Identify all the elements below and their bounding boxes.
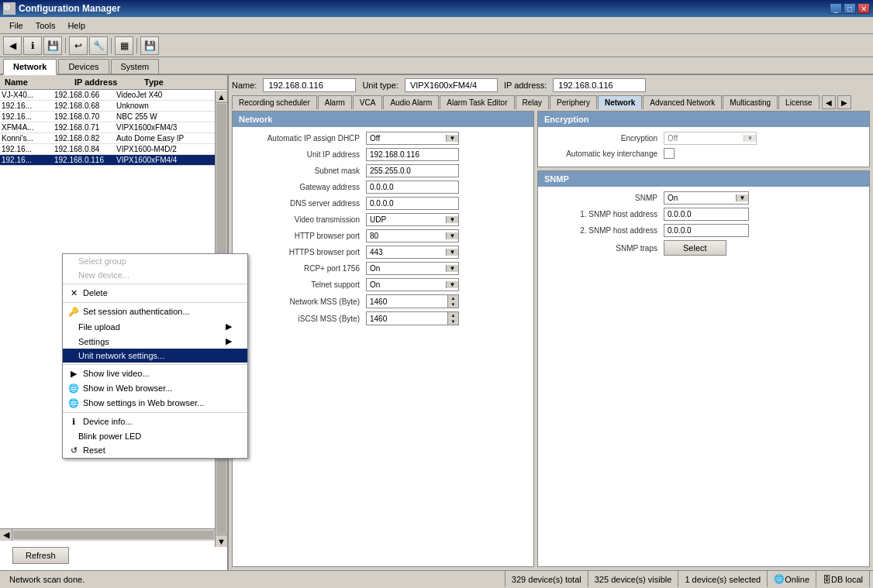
ctx-show-web-browser[interactable]: 🌐Show in Web browser... — [63, 381, 247, 396]
maximize-button[interactable]: □ — [844, 3, 856, 14]
device-ip: 192.168.0.71 — [54, 123, 116, 132]
toolbar-btn-grid[interactable]: ▦ — [115, 36, 133, 55]
refresh-button[interactable]: Refresh — [12, 547, 69, 564]
gateway-label: Gateway address — [239, 183, 363, 191]
mss-iscsi-down-button[interactable]: ▼ — [447, 318, 458, 325]
scroll-down-button[interactable]: ▼ — [216, 535, 227, 547]
list-item[interactable]: 192.16... 192.168.0.68 Unknown — [0, 101, 227, 112]
dns-field[interactable] — [366, 197, 459, 210]
tab-recording-scheduler[interactable]: Recording scheduler — [232, 95, 317, 109]
rcp-select[interactable]: On ▼ — [366, 262, 459, 275]
h-scroll-thumb[interactable] — [13, 531, 214, 539]
device-type: VIPX1600xFM4/3 — [116, 123, 226, 132]
list-header: Name IP address Type — [0, 75, 227, 90]
ctx-separator-4 — [63, 412, 247, 413]
tab-vca[interactable]: VCA — [353, 95, 383, 109]
snmp-select[interactable]: On ▼ — [664, 191, 749, 205]
dhcp-select[interactable]: Off ▼ — [366, 132, 459, 145]
tab-scroll-right[interactable]: ▶ — [837, 95, 851, 109]
scroll-left-button[interactable]: ◀ — [0, 529, 12, 541]
toolbar-btn-save2[interactable]: 💾 — [140, 36, 159, 55]
tab-alarm-task-editor[interactable]: Alarm Task Editor — [440, 95, 514, 109]
db-icon: 🗄 — [823, 575, 831, 584]
ip-field[interactable] — [366, 148, 459, 161]
key-interchange-checkbox[interactable] — [664, 148, 675, 159]
https-select[interactable]: 443 ▼ — [366, 246, 459, 259]
ctx-settings[interactable]: Settings ▶ — [63, 334, 247, 349]
ctx-blink-led[interactable]: Blink power LED — [63, 429, 247, 443]
tab-system[interactable]: System — [111, 59, 160, 74]
toolbar-btn-undo[interactable]: ↩ — [69, 36, 88, 55]
toolbar-btn-save[interactable]: 💾 — [43, 36, 62, 55]
menu-tools[interactable]: Tools — [29, 19, 62, 32]
encryption-select: Off ▼ — [664, 132, 757, 145]
form-row-telnet: Telnet support On ▼ — [239, 278, 527, 291]
mss-net-up-button[interactable]: ▲ — [447, 295, 458, 301]
tab-relay[interactable]: Relay — [516, 95, 550, 109]
status-total: 329 device(s) total — [506, 571, 588, 587]
list-item[interactable]: 192.16... 192.168.0.70 NBC 255 W — [0, 112, 227, 122]
http-select[interactable]: 80 ▼ — [366, 229, 459, 242]
ctx-delete[interactable]: ✕Delete — [63, 286, 247, 301]
submenu-arrow-icon-2: ▶ — [226, 336, 232, 346]
device-type: VIPX1600xFM4/4 — [116, 156, 226, 164]
ctx-device-info[interactable]: ℹDevice info... — [63, 414, 247, 429]
form-row-dhcp: Automatic IP assign DHCP Off ▼ — [239, 132, 527, 145]
mss-net-down-button[interactable]: ▼ — [447, 301, 458, 308]
tab-network[interactable]: Network — [598, 95, 642, 109]
unit-type-input[interactable] — [405, 78, 498, 92]
tab-periphery[interactable]: Periphery — [550, 95, 597, 109]
tab-network[interactable]: Network — [3, 59, 57, 75]
status-online: 🌐 Online — [768, 571, 816, 587]
tab-advanced-network[interactable]: Advanced Network — [643, 95, 722, 109]
subnet-field[interactable] — [366, 164, 459, 177]
mss-iscsi-up-button[interactable]: ▲ — [447, 312, 458, 318]
mss-iscsi-spinner[interactable]: 1460 ▲ ▼ — [366, 311, 459, 325]
tab-devices[interactable]: Devices — [58, 59, 109, 74]
ip-address-input[interactable] — [553, 78, 646, 92]
list-item[interactable]: VJ-X40... 192.168.0.66 VideoJet X40 — [0, 90, 227, 101]
tab-alarm[interactable]: Alarm — [318, 95, 352, 109]
ctx-show-live-video[interactable]: ▶Show live video... — [63, 366, 247, 381]
key-icon: 🔑 — [67, 307, 80, 317]
name-input[interactable] — [263, 78, 356, 92]
minimize-button[interactable]: _ — [830, 3, 842, 14]
tab-scroll-left[interactable]: ◀ — [822, 95, 836, 109]
close-button[interactable]: ✕ — [857, 3, 870, 14]
menu-file[interactable]: File — [3, 19, 29, 32]
list-item[interactable]: 192.16... 192.168.0.84 VIPX1600-M4D/2 — [0, 144, 227, 155]
encryption-section: Encryption Encryption Off ▼ Automatic ke… — [537, 111, 870, 167]
mss-net-spinner[interactable]: 1460 ▲ ▼ — [366, 294, 459, 308]
ctx-file-upload[interactable]: File upload ▶ — [63, 319, 247, 334]
scroll-up-button[interactable]: ▲ — [216, 91, 227, 103]
rcp-label: RCP+ port 1756 — [239, 264, 363, 273]
ctx-show-settings-web[interactable]: 🌐Show settings in Web browser... — [63, 396, 247, 411]
tab-audio-alarm[interactable]: Audio Alarm — [383, 95, 439, 109]
toolbar-btn-tools[interactable]: 🔧 — [89, 36, 108, 55]
telnet-select[interactable]: On ▼ — [366, 278, 459, 291]
ctx-unit-network-settings[interactable]: Unit network settings... — [63, 349, 247, 363]
tab-multicasting[interactable]: Multicasting — [723, 95, 778, 109]
video-tx-select[interactable]: UDP ▼ — [366, 213, 459, 226]
menu-help[interactable]: Help — [61, 19, 91, 32]
list-item[interactable]: 192.16... 192.168.0.116 VIPX1600xFM4/4 — [0, 155, 227, 166]
list-item[interactable]: XFM4A... 192.168.0.71 VIPX1600xFM4/3 — [0, 122, 227, 133]
form-row-subnet: Subnet mask — [239, 164, 527, 177]
snmp-host2-field[interactable] — [664, 224, 749, 237]
snmp-host1-field[interactable] — [664, 208, 749, 221]
horizontal-scrollbar[interactable]: ◀ ▶ — [0, 528, 227, 541]
ip-label: Unit IP address — [239, 150, 363, 159]
tab-license[interactable]: License — [778, 95, 819, 109]
gateway-field[interactable] — [366, 181, 459, 194]
unit-type-label: Unit type: — [362, 81, 398, 90]
ctx-reset[interactable]: ↺Reset — [63, 443, 247, 458]
form-row-dns: DNS server address — [239, 197, 527, 210]
device-name: VJ-X40... — [2, 91, 54, 99]
toolbar-btn-info[interactable]: ℹ — [23, 36, 42, 55]
form-row-snmp-host1: 1. SNMP host address — [544, 208, 863, 221]
ctx-set-session[interactable]: 🔑Set session authentication... — [63, 304, 247, 319]
toolbar-btn-back[interactable]: ◀ — [3, 36, 22, 55]
snmp-traps-select-button[interactable]: Select — [664, 240, 726, 256]
video-tx-label: Video transmission — [239, 215, 363, 224]
list-item[interactable]: Konni's... 192.168.0.82 Auto Dome Easy I… — [0, 133, 227, 144]
